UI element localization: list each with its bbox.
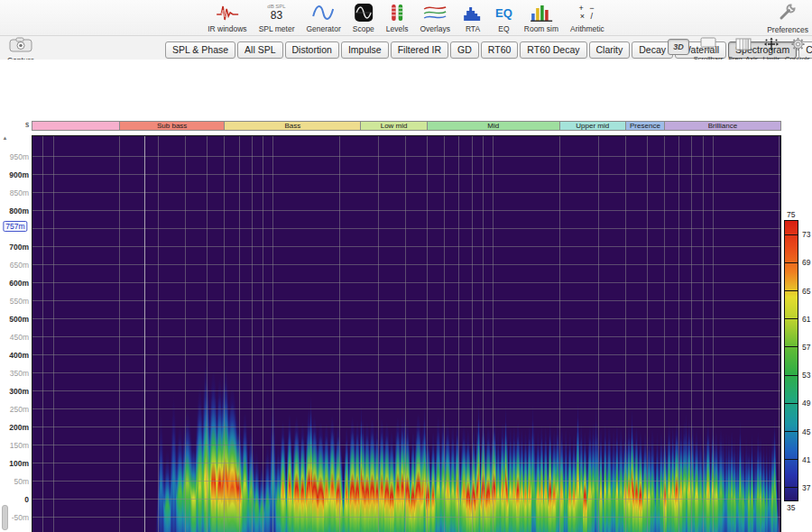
overlays-icon — [422, 2, 448, 23]
camera-icon — [9, 37, 32, 56]
scroll-up-icon[interactable]: ▲ — [1, 135, 9, 141]
band-presence: Presence — [625, 121, 664, 131]
toolbar-item-room-sim[interactable]: Room sim — [524, 2, 558, 33]
colorbar-tick — [784, 290, 798, 291]
toolbar-item-label: Overlays — [420, 24, 450, 33]
colorbar-tick — [784, 403, 798, 404]
limits-icon — [763, 37, 780, 55]
toolbar-item-spl-meter[interactable]: dB SPL83SPL meter — [259, 2, 295, 33]
tab-distortion[interactable]: Distortion — [285, 41, 339, 59]
colorbar-tick-label: 37 — [802, 483, 810, 492]
controls-icon — [790, 37, 806, 55]
arithmetic-icon: + −× / — [578, 2, 595, 23]
toolbar-item-label: Room sim — [524, 24, 558, 33]
tab-all-spl[interactable]: All SPL — [237, 41, 282, 59]
band-infra — [32, 121, 119, 131]
toolbar-item-label: SPL meter — [259, 24, 295, 33]
button-3d[interactable]: 3D — [668, 39, 689, 55]
colorbar-tick-label: 73 — [802, 230, 810, 239]
preferences-label: Preferences — [767, 25, 808, 34]
colorbar-tick-label: 49 — [802, 399, 810, 408]
toolbar-item-scope[interactable]: Scope — [353, 2, 374, 33]
colorbar-tick-label: 75 — [787, 210, 795, 219]
colorbar-tick — [784, 262, 798, 263]
generator-icon — [312, 2, 336, 23]
eq-icon: EQ — [495, 2, 512, 23]
colorbar-tick — [784, 431, 798, 432]
colorbar-tick-label: 69 — [802, 258, 810, 267]
rta-icon — [462, 2, 484, 23]
tab-spl-phase[interactable]: SPL & Phase — [165, 41, 235, 59]
room-sim-icon — [530, 2, 553, 23]
toolbar-item-label: Generator — [306, 24, 340, 33]
tab-clarity[interactable]: Clarity — [589, 41, 631, 59]
band-sub-bass: Sub bass — [119, 121, 224, 131]
spectrogram-canvas[interactable] — [32, 135, 781, 532]
levels-icon — [390, 2, 404, 23]
colorbar-tick — [784, 346, 798, 347]
colorbar-tick — [784, 234, 798, 235]
colorbar-tick-label: 57 — [802, 343, 810, 352]
toolbar-item-arithmetic[interactable]: + −× /Arithmetic — [570, 2, 604, 33]
toolbar-item-label: Levels — [386, 24, 409, 33]
wrench-icon — [778, 2, 798, 25]
band-mid: Mid — [427, 121, 559, 131]
toolbar-item-label: Scope — [353, 24, 374, 33]
toolbar-item-label: Arithmetic — [570, 24, 604, 33]
toolbar-item-ir-windows[interactable]: IR windows — [208, 2, 246, 33]
tab-rt60[interactable]: RT60 — [481, 41, 519, 59]
y-axis-unit: s — [25, 120, 29, 129]
tab-filtered-ir[interactable]: Filtered IR — [391, 41, 448, 59]
toolbar-item-eq[interactable]: EQEQ — [495, 2, 512, 33]
band-brilliance: Brilliance — [664, 121, 781, 131]
preferences-button[interactable]: Preferences — [767, 2, 808, 34]
colorbar-tick — [784, 459, 798, 460]
colorbar-tick-label: 35 — [787, 503, 795, 512]
scope-icon — [354, 2, 374, 23]
vertical-scroll-thumb[interactable] — [2, 505, 8, 530]
colorbar-tick-label: 41 — [802, 455, 810, 464]
toolbar-item-rta[interactable]: RTA — [462, 2, 484, 33]
colorbar-tick-label: 45 — [802, 427, 810, 436]
toolbar-item-label: RTA — [466, 24, 480, 33]
band-low-mid: Low mid — [360, 121, 426, 131]
toolbar-item-levels[interactable]: Levels — [386, 2, 409, 33]
colorbar-tick — [784, 375, 798, 376]
colorbar-tick-label: 61 — [802, 315, 810, 324]
tab-impulse[interactable]: Impulse — [341, 41, 389, 59]
rew-window: IR windowsdB SPL83SPL meterGeneratorScop… — [0, 0, 812, 532]
toolbar-items: IR windowsdB SPL83SPL meterGeneratorScop… — [208, 2, 604, 33]
spectrogram-panel: s Sub bassBassLow midMidUpper midPresenc… — [0, 60, 812, 532]
toolbar-item-generator[interactable]: Generator — [306, 2, 340, 33]
ir-windows-icon — [215, 2, 240, 23]
colorbar-tick-label: 53 — [802, 371, 810, 380]
toolbar-item-label: EQ — [498, 24, 509, 33]
scrollbars-icon — [698, 37, 718, 55]
colorbar-tick — [784, 487, 798, 488]
tab-decay[interactable]: Decay — [632, 41, 673, 59]
spl-meter-icon: dB SPL83 — [267, 2, 285, 23]
colorbar-tick-label: 65 — [802, 287, 810, 296]
tab-rt60-decay[interactable]: RT60 Decay — [520, 41, 586, 59]
freq-axis-icon — [734, 37, 752, 55]
band-upper-mid: Upper mid — [559, 121, 625, 131]
toolbar-item-overlays[interactable]: Overlays — [420, 2, 450, 33]
main-toolbar: IR windowsdB SPL83SPL meterGeneratorScop… — [0, 0, 812, 36]
vertical-scrollbar[interactable]: ▲ ▼ — [1, 135, 9, 532]
toolbar-item-label: IR windows — [208, 24, 246, 33]
band-bass: Bass — [224, 121, 360, 131]
colorbar-tick — [784, 318, 798, 319]
tab-gd[interactable]: GD — [450, 41, 479, 59]
